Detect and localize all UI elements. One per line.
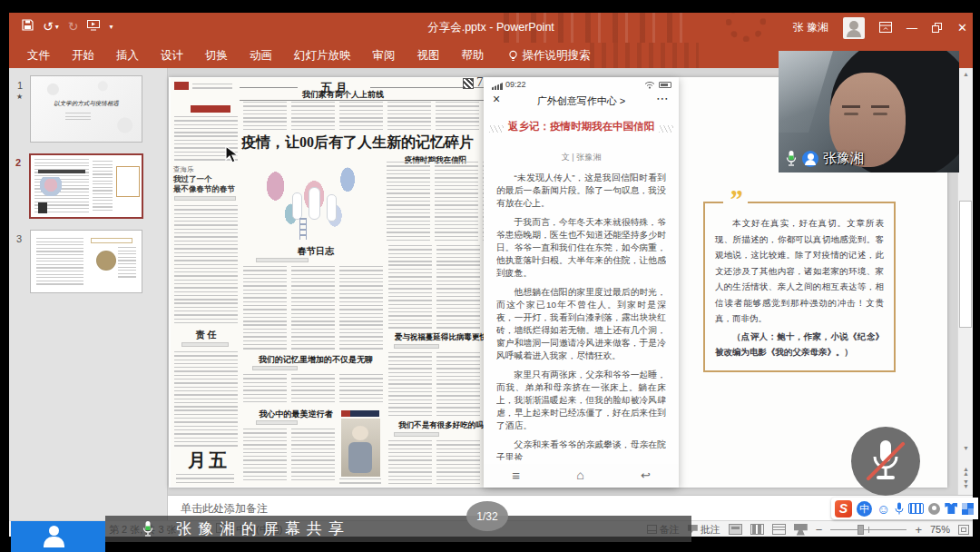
battery-icon bbox=[659, 82, 671, 88]
tab-animations[interactable]: 动画 bbox=[239, 43, 283, 68]
article-paragraph: “未发现人传人”，这是我回信阳时看到的最后一条新闻片段。除了一句叹息，我没有放在… bbox=[496, 172, 666, 210]
newspaper-masthead-date bbox=[192, 84, 232, 89]
phone-screenshot: 09:22 × 广外创意写作中心 > ⋯ 返乡记：疫情时期我在中国信阳 文 | … bbox=[484, 77, 679, 488]
toolbox-grid-icon[interactable] bbox=[962, 503, 974, 515]
tab-review[interactable]: 审阅 bbox=[362, 43, 407, 68]
webcam-user-name: 张豫湘 bbox=[823, 150, 864, 167]
android-menu-icon[interactable]: ≡ bbox=[512, 468, 520, 483]
article-paragraph: 父亲和来看爷爷的亲戚攀谈，母亲在院子里捡 bbox=[496, 439, 666, 460]
scrollbar-thumb[interactable] bbox=[959, 201, 972, 328]
newspaper-section-duty: 责 任 bbox=[174, 329, 238, 341]
newspaper-section-love: 爱与祝福蔓延得比病毒更快 bbox=[388, 332, 494, 343]
zoom-slider[interactable] bbox=[830, 524, 906, 535]
newspaper-photo-child bbox=[341, 419, 380, 477]
scroll-up-icon[interactable]: ▲ bbox=[958, 70, 973, 79]
phone-account-title[interactable]: 广外创意写作中心 > bbox=[484, 94, 679, 108]
skin-shirt-icon[interactable] bbox=[945, 503, 957, 514]
participant-person-icon bbox=[49, 526, 59, 536]
tabsrow-artwork bbox=[590, 43, 699, 68]
quote-attribution: （点评人：鲍十，作家，小说《纪念》被改编为电影《我的父亲母亲》。） bbox=[715, 329, 884, 360]
tab-slideshow[interactable]: 幻灯片放映 bbox=[283, 43, 362, 68]
lightbulb-icon bbox=[508, 50, 518, 62]
newspaper-page-number: 7 bbox=[476, 74, 484, 90]
newspaper-sidebar-tag bbox=[191, 105, 230, 113]
android-home-icon[interactable]: ⌂ bbox=[576, 468, 583, 482]
slide-thumbnail-2[interactable] bbox=[29, 153, 143, 219]
article-paragraph: 家里只有两张床，父亲和爷爷一起睡，而我、弟弟和母亲挤在一张床上。躺在床上，我渐渐… bbox=[496, 369, 666, 432]
comments-toggle[interactable]: 批注 bbox=[688, 523, 720, 537]
article-paragraph: 于我而言，今年冬天本来就很特殊，爷爷患癌晚期，医生也不知道还能坚持多少时日。爷爷… bbox=[496, 216, 666, 280]
share-banner-text: 张豫湘的屏幕共享 bbox=[176, 518, 350, 539]
thumb1-subtitle-lines bbox=[65, 113, 91, 120]
sogou-input-toolbar[interactable]: S 中 ☺ bbox=[831, 498, 978, 519]
emoji-icon[interactable]: ☺ bbox=[877, 502, 890, 516]
newspaper-teaser-author: 查海乐 bbox=[173, 165, 194, 174]
tab-insert[interactable]: 插入 bbox=[105, 43, 150, 68]
handwriting-icon[interactable] bbox=[928, 503, 940, 515]
newspaper-teaser-line2: 最不像春节的春节 bbox=[173, 184, 235, 195]
phone-article-title: 返乡记：疫情时期我在中国信阳 bbox=[484, 120, 679, 133]
tab-home[interactable]: 开始 bbox=[61, 43, 105, 68]
ribbon-display-options-icon[interactable] bbox=[879, 20, 892, 36]
input-mode-chinese[interactable]: 中 bbox=[857, 501, 872, 517]
scroll-down-icon[interactable]: ▼ bbox=[958, 444, 973, 453]
slide-sorter-view-button[interactable] bbox=[750, 524, 764, 535]
zoom-percentage[interactable]: 75% bbox=[930, 524, 950, 535]
fit-to-window-icon[interactable] bbox=[958, 525, 969, 535]
tab-transitions[interactable]: 切换 bbox=[194, 43, 239, 68]
mouse-cursor bbox=[225, 145, 239, 164]
phone-time: 09:22 bbox=[505, 80, 526, 89]
account-avatar[interactable] bbox=[843, 17, 865, 39]
participant-tile[interactable] bbox=[11, 521, 105, 552]
newspaper-photo-label bbox=[341, 410, 379, 417]
keyboard-icon[interactable] bbox=[908, 503, 924, 514]
webcam-window-reflection bbox=[779, 51, 833, 133]
avatar-person-icon bbox=[849, 21, 858, 30]
title-bar: ↺ ▾ ↻ ▾ 分享会.pptx - PowerPoint 张 豫湘 — bbox=[9, 13, 973, 43]
minimize-button[interactable]: — bbox=[906, 22, 917, 34]
reading-view-button[interactable] bbox=[772, 524, 786, 535]
page-indicator-badge: 1/32 bbox=[466, 501, 508, 531]
webcam-video-overlay[interactable]: 张豫湘 bbox=[779, 51, 959, 172]
slideshow-view-button[interactable] bbox=[794, 524, 808, 536]
android-back-icon[interactable]: ↩ bbox=[641, 468, 651, 482]
tab-file[interactable]: 文件 bbox=[16, 43, 61, 68]
tell-me-search[interactable]: 操作说明搜索 bbox=[495, 48, 591, 64]
previous-slide-button2: ▲ bbox=[958, 471, 973, 476]
webcam-name-tag: 张豫湘 bbox=[785, 150, 864, 167]
next-slide-button2: ▼ bbox=[958, 484, 973, 488]
zoom-slider-thumb[interactable] bbox=[858, 525, 864, 535]
zoom-out-button[interactable]: − bbox=[816, 523, 823, 537]
vertical-scrollbar[interactable]: ▲ ▼ ▲ ▲ ▼ ▼ bbox=[957, 68, 973, 495]
participant-avatar-icon bbox=[802, 151, 818, 167]
participant-person-body bbox=[44, 537, 64, 547]
mic-active-icon bbox=[785, 150, 798, 167]
share-mic-icon bbox=[142, 520, 154, 537]
normal-view-button[interactable] bbox=[729, 524, 742, 535]
tab-view[interactable]: 视图 bbox=[407, 43, 451, 68]
slide-3-number: 3 bbox=[16, 233, 22, 244]
newspaper-section-spring: 春节日志 bbox=[252, 245, 379, 258]
thumb3-image bbox=[96, 251, 116, 271]
newspaper-headline-main: 疫情，让00后有了人生新的记忆碎片 bbox=[241, 133, 486, 153]
slide-thumbnail-3[interactable] bbox=[30, 230, 142, 293]
close-button[interactable]: ✕ bbox=[957, 21, 967, 34]
sogou-logo-icon[interactable]: S bbox=[835, 500, 852, 518]
restore-button[interactable] bbox=[932, 23, 943, 34]
screen: ↺ ▾ ↻ ▾ 分享会.pptx - PowerPoint 张 豫湘 — bbox=[0, 0, 980, 552]
slide-2-number: 2 bbox=[15, 157, 21, 168]
slide-thumbnail-1[interactable]: 以文学的方式与疫情相遇 bbox=[30, 75, 142, 143]
account-user-name[interactable]: 张 豫湘 bbox=[793, 20, 828, 35]
phone-more-button[interactable]: ⋯ bbox=[656, 91, 670, 105]
signal-bars-icon bbox=[492, 83, 503, 90]
slide-thumbnail-panel: 1 ★ 以文学的方式与疫情相遇 2 3 bbox=[9, 68, 168, 520]
avatar-person-body bbox=[847, 30, 861, 37]
voice-input-icon[interactable] bbox=[895, 502, 904, 516]
animation-star-icon: ★ bbox=[16, 93, 23, 101]
newspaper-section-memory: 我们的记忆里增加的不仅是无聊 bbox=[247, 354, 385, 366]
title-decoration-right bbox=[659, 125, 673, 133]
zoom-in-button[interactable]: + bbox=[915, 523, 922, 537]
tab-design[interactable]: 设计 bbox=[150, 43, 194, 68]
microphone-muted-button[interactable] bbox=[851, 427, 920, 496]
tab-help[interactable]: 帮助 bbox=[451, 43, 495, 68]
